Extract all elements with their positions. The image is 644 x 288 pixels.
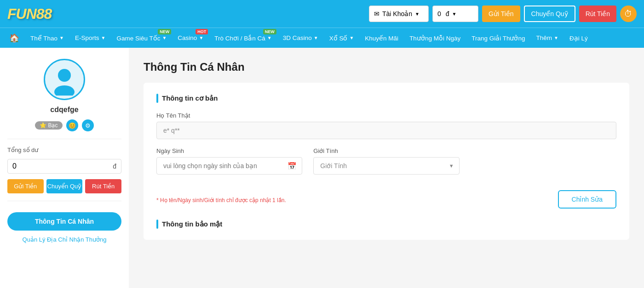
chevron-icon: ▼ [349, 35, 354, 40]
avatar-svg [48, 63, 80, 96]
nav-trang-giai-thuong[interactable]: Trang Giải Thưởng [466, 28, 530, 48]
section2-title: Thông tin bảo mật [162, 220, 222, 228]
nav-them[interactable]: Thêm ▼ [530, 28, 564, 48]
account-label: Tài Khoản [382, 10, 412, 17]
form-group-ngay-sinh: Ngày Sinh 📅 [156, 147, 302, 175]
info-card: Thông tin cơ bản Họ Tên Thật Ngày Sinh 📅 [144, 83, 629, 240]
ngay-sinh-input[interactable] [156, 157, 302, 175]
balance-label: Tổng số dư [7, 147, 121, 153]
sidebar-chuyen-quy-button[interactable]: Chuyển Quỹ [46, 179, 83, 193]
balance-value: 0 [437, 10, 441, 17]
divider [7, 139, 121, 139]
settings-icon[interactable]: ⚙ [82, 119, 94, 131]
section-bar2 [156, 220, 158, 229]
nav-the-thao[interactable]: Thể Thao ▼ [25, 28, 69, 48]
logo: FUN88 [7, 6, 52, 23]
chevron-icon: ▼ [59, 35, 64, 40]
chinh-sua-button[interactable]: Chỉnh Sửa [558, 190, 616, 209]
divider2 [7, 201, 121, 201]
nav-khuyen-mai[interactable]: Khuyến Mãi [359, 28, 404, 48]
badge-new: NEW [158, 29, 171, 34]
rank-badge: ⭐ Bạc [35, 121, 62, 130]
nav-esports[interactable]: E-Sports ▼ [69, 28, 111, 48]
col-empty [471, 147, 616, 183]
date-input-wrap: 📅 [156, 157, 302, 175]
nav-dai-ly[interactable]: Đại Lý [564, 28, 593, 48]
chevron-icon: ▼ [554, 35, 558, 40]
smiley-icon[interactable]: 😊 [66, 119, 78, 131]
col-ngay-sinh: Ngày Sinh 📅 [156, 147, 302, 183]
balance-box: 0 đ [7, 159, 121, 174]
nav-xo-so[interactable]: Xổ Số ▼ [324, 28, 360, 48]
avatar [44, 59, 85, 100]
svg-point-1 [54, 85, 75, 96]
nav-tro-choi[interactable]: NEW Trò Chơi / Bắn Cá ▼ [209, 28, 277, 48]
nav-bar: 🏠 Thể Thao ▼ E-Sports ▼ NEW Game Siêu Tố… [0, 28, 644, 48]
form-group-ho-ten: Họ Tên Thật [156, 112, 616, 139]
form-row-ngay-sinh: Ngày Sinh 📅 Giới Tính Giới Tính [156, 147, 616, 183]
chevron-icon: ▼ [162, 35, 167, 40]
nav-3d-casino[interactable]: 3D Casino ▼ [277, 28, 324, 48]
balance-value: 0 [12, 162, 17, 170]
update-note: * Họ tên/Ngày sinh/Giới tính chỉ được cậ… [156, 197, 286, 203]
thong-tin-ca-nhan-button[interactable]: Thông Tin Cá Nhân [7, 212, 121, 231]
nav-casino[interactable]: HOT Casino ▼ [172, 28, 209, 48]
rut-tien-button[interactable]: Rút Tiền [579, 6, 616, 22]
clock-button[interactable]: ⏱ [620, 6, 637, 22]
balance-dropdown[interactable]: 0 đ ▼ [432, 6, 478, 22]
form-footer: * Họ tên/Ngày sinh/Giới tính chỉ được cậ… [156, 190, 616, 209]
form-group-gioi-tinh: Giới Tính Giới Tính Nam Nữ [313, 147, 459, 175]
gioi-tinh-select-wrap: Giới Tính Nam Nữ [313, 157, 459, 175]
star-icon: ⭐ [40, 122, 46, 129]
section2-header: Thông tin bảo mật [156, 220, 616, 229]
section-bar [156, 94, 158, 103]
ho-ten-input[interactable] [156, 122, 616, 139]
main-layout: cdqefge ⭐ Bạc 😊 ⚙ Tổng số dư 0 đ Gửi Tiề… [0, 48, 644, 288]
badge-hot: HOT [196, 29, 208, 34]
currency-unit: đ [446, 10, 449, 17]
ho-ten-label: Họ Tên Thật [156, 112, 616, 119]
chevron-icon: ▼ [101, 35, 105, 40]
sidebar-rut-tien-button[interactable]: Rút Tiền [85, 179, 121, 193]
sidebar: cdqefge ⭐ Bạc 😊 ⚙ Tổng số dư 0 đ Gửi Tiề… [0, 48, 129, 288]
chuyen-quy-button[interactable]: Chuyển Quỹ [524, 6, 575, 22]
chevron-down-icon: ▼ [415, 11, 420, 17]
nav-home[interactable]: 🏠 [4, 28, 25, 48]
col-gioi-tinh: Giới Tính Giới Tính Nam Nữ [313, 147, 459, 183]
account-area: ✉ Tài Khoản ▼ 0 đ ▼ Gửi Tiền Chuyển Quỹ … [369, 6, 637, 22]
username: cdqefge [50, 106, 78, 114]
balance-unit: đ [113, 163, 116, 170]
chevron-down-icon: ▼ [452, 11, 457, 17]
rank-row: ⭐ Bạc 😊 ⚙ [35, 119, 93, 131]
sidebar-btn-row: Gửi Tiền Chuyển Quỹ Rút Tiền [7, 179, 121, 193]
gioi-tinh-label: Giới Tính [313, 147, 459, 154]
section1-header: Thông tin cơ bản [156, 94, 616, 103]
envelope-icon: ✉ [374, 10, 380, 17]
gui-tien-button[interactable]: Gửi Tiền [482, 6, 520, 22]
top-bar: FUN88 ✉ Tài Khoản ▼ 0 đ ▼ Gửi Tiền Chuyể… [0, 0, 644, 28]
svg-point-0 [58, 69, 71, 82]
page-title: Thông Tin Cá Nhân [144, 61, 629, 73]
chevron-icon: ▼ [267, 35, 272, 40]
content-area: Thông Tin Cá Nhân Thông tin cơ bản Họ Tê… [129, 48, 644, 288]
quan-ly-dia-chi-link[interactable]: Quản Lý Địa Chỉ Nhận Thưởng [23, 236, 107, 243]
nav-thuong-moi-ngay[interactable]: Thưởng Mỗi Ngày [404, 28, 466, 48]
sidebar-gui-tien-button[interactable]: Gửi Tiền [7, 179, 44, 193]
section1-title: Thông tin cơ bản [162, 94, 218, 102]
badge-new2: NEW [263, 29, 276, 34]
chevron-icon: ▼ [199, 35, 203, 40]
ngay-sinh-label: Ngày Sinh [156, 147, 302, 154]
nav-game-sieu-toc[interactable]: NEW Game Siêu Tốc ▼ [111, 28, 172, 48]
gioi-tinh-select[interactable]: Giới Tính Nam Nữ [313, 157, 459, 175]
account-dropdown[interactable]: ✉ Tài Khoản ▼ [369, 6, 429, 22]
chevron-icon: ▼ [314, 35, 318, 40]
